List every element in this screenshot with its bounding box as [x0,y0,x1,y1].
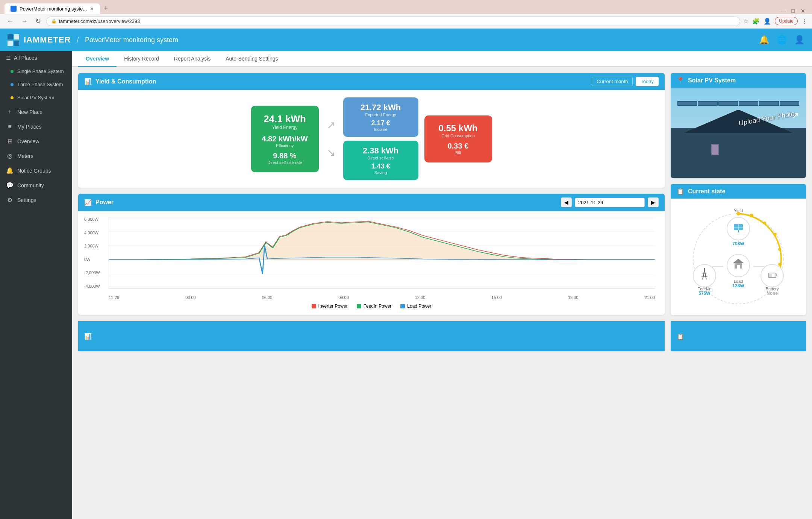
plus-icon: ＋ [6,108,14,116]
solar-pv-card: 📍 Solar PV System [671,73,806,178]
y-label-4000: 4,000W [84,231,107,235]
chart-legend: Inverter Power FeedIn Power Load Power [84,304,659,309]
svg-point-10 [778,248,781,251]
settings-icon: ⚙ [6,196,14,203]
inverter-label: Inverter Power [318,304,348,309]
sidebar-item-community[interactable]: 💬 Community [0,178,72,193]
tab-close-btn[interactable]: ✕ [90,6,94,12]
grid-consumption-box: 0.55 kWh Grid Consumption 0.33 € Bill [424,115,492,162]
app-header: IAMMETER / PowerMeter monitoring system … [0,29,812,51]
sidebar-item-my-places[interactable]: ≡ My Places [0,120,72,134]
svg-text:128W: 128W [732,283,744,288]
svg-point-7 [750,214,753,217]
yield-card-title: Yield & Consumption [95,78,156,85]
feedin-label: FeedIn Power [364,304,392,309]
lock-icon: 🔒 [51,18,57,24]
sidebar-item-notice-groups[interactable]: 🔔 Notice Groups [0,163,72,178]
tab-report-analysis[interactable]: Report Analysis [167,51,218,67]
sidebar-item-overview[interactable]: ⊞ Overview [0,134,72,149]
current-state-title: Current state [688,188,726,195]
chart-area: 6,000W 4,000W 2,000W 0W -2,000W -4,000W [78,211,665,315]
self-use-val: 9.88 % [260,152,310,160]
x-label-1129: 11-29 [109,295,119,300]
date-input[interactable] [575,198,645,207]
tab-favicon [11,6,17,12]
solar-card-header: 📍 Solar PV System [671,73,806,88]
income-label: Income [351,127,411,132]
maximize-button[interactable]: □ [789,8,797,14]
browser-tab[interactable]: PowerMeter monitoring syste... ✕ [5,3,100,14]
notification-icon[interactable]: 🔔 [759,35,769,45]
svg-text:Yield: Yield [734,208,743,213]
prev-date-btn[interactable]: ◀ [561,197,572,207]
sidebar-item-new-place[interactable]: ＋ New Place [0,104,72,120]
header-divider: / [77,36,79,44]
sidebar-item-settings[interactable]: ⚙ Settings [0,193,72,207]
minimize-button[interactable]: ─ [780,8,788,14]
tab-auto-sending[interactable]: Auto-Sending Settings [218,51,285,67]
reload-button[interactable]: ↻ [33,16,43,26]
url-text: iammeter.com/dz/user/overview/2393 [59,18,140,24]
arrow-right-icon: ↗ [327,119,335,131]
self-use-label: Direct self-use rate [260,160,310,165]
dot-green-icon [11,70,14,73]
dashboard: 📊 Yield & Consumption Current month Toda… [72,67,812,321]
svg-rect-38 [776,274,777,276]
user-icon[interactable]: 👤 [794,35,804,45]
tab-history-record[interactable]: History Record [117,51,167,67]
content-area: Overview History Record Report Analysis … [72,51,812,519]
sidebar-all-places[interactable]: ☰ All Places [0,51,72,65]
close-button[interactable]: ✕ [798,8,807,14]
direct-box: 2.38 kWh Direct self-use 1.43 € Saving [343,141,418,180]
bell-icon: 🔔 [6,167,14,174]
y-label-neg4000: -4,000W [84,284,107,288]
header-title: PowerMeter monitoring system [85,36,178,44]
menu-icon[interactable]: ⋮ [801,18,807,25]
left-column: 📊 Yield & Consumption Current month Toda… [78,73,665,315]
chat-icon: 💬 [6,182,14,189]
x-label-2100: 21:00 [644,295,655,300]
globe-icon[interactable]: 🌐 [777,35,787,45]
profile-icon[interactable]: 👤 [764,18,771,25]
grid-icon: ⊞ [6,138,14,145]
svg-point-9 [774,233,777,236]
bookmark-icon[interactable]: ☆ [743,18,748,25]
current-month-btn[interactable]: Current month [592,77,633,86]
bottom-chart-icon: 📊 [84,333,92,340]
x-label-0300: 03:00 [185,295,196,300]
y-label-6000: 6,000W [84,217,107,222]
sidebar-item-single-phase[interactable]: Single Phase System [0,65,72,78]
chart-container: 6,000W 4,000W 2,000W 0W -2,000W -4,000W [84,217,659,300]
dot-blue-icon [11,83,14,86]
header-right: 🔔 🌐 👤 [759,35,804,45]
forward-button[interactable]: → [19,17,30,26]
current-state-inner: Yield 703W Load 128W [671,199,806,315]
sidebar-item-solar-pv[interactable]: Solar PV System [0,91,72,104]
list-icon: ≡ [6,123,14,130]
update-button[interactable]: Update [775,17,798,25]
today-btn[interactable]: Today [636,77,659,86]
x-label-1500: 15:00 [491,295,502,300]
logo-area: IAMMETER [8,34,71,46]
upload-arrow-icon: ↗ [792,110,799,121]
chart-icon: 📊 [84,78,92,85]
yield-grid: 24.1 kWh Yield Energy 4.82 kWh/kW Effici… [78,90,665,188]
back-button[interactable]: ← [5,17,16,26]
solar-image: Upload Your Photo ↗ [671,88,806,178]
tab-bar: Overview History Record Report Analysis … [72,51,812,67]
yield-main-box: 24.1 kWh Yield Energy 4.82 kWh/kW Effici… [251,106,319,172]
bottom-row: 📊 📋 [72,321,812,357]
sidebar: ☰ All Places Single Phase System Three P… [0,51,72,519]
sidebar-item-three-phase[interactable]: Three Phase System [0,78,72,91]
new-tab-button[interactable]: + [100,3,112,14]
svg-text:None: None [767,291,778,296]
power-card-header: 📈 Power ◀ ▶ [78,194,665,211]
next-date-btn[interactable]: ▶ [648,197,659,207]
extensions-icon[interactable]: 🧩 [752,18,760,25]
address-bar[interactable]: 🔒 iammeter.com/dz/user/overview/2393 [46,17,740,26]
svg-rect-39 [769,274,772,277]
feedin-color [357,304,361,308]
sidebar-item-meters[interactable]: ◎ Meters [0,149,72,163]
yield-energy-val: 24.1 kWh [260,113,310,125]
tab-overview[interactable]: Overview [78,51,117,67]
